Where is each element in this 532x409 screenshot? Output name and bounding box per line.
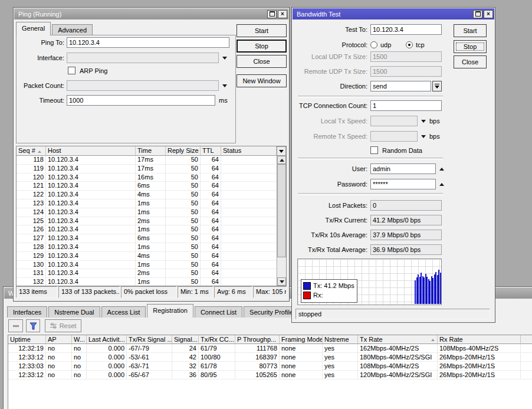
user-input[interactable]	[370, 163, 436, 174]
reset-button[interactable]: Reset	[45, 319, 81, 332]
start-button[interactable]: Start	[454, 24, 487, 37]
stop-button[interactable]: Stop	[454, 40, 487, 53]
ping-to-input[interactable]	[67, 37, 229, 48]
cell: 50	[166, 182, 201, 190]
column-header-reply-size[interactable]: Reply Size	[166, 146, 201, 156]
password-input[interactable]	[370, 179, 436, 189]
column-select-button[interactable]	[277, 146, 286, 156]
cell: 6ms	[136, 234, 166, 243]
table-row[interactable]: 12:33:12nono0.000-65/-673680/95105265non…	[8, 371, 532, 379]
tab-general[interactable]: General	[16, 22, 51, 35]
table-row[interactable]: 11810.120.3.417ms5064	[17, 156, 277, 165]
local-tx-speed-dropdown-icon[interactable]	[421, 120, 426, 123]
cell: no	[46, 362, 72, 370]
start-button[interactable]: Start	[237, 24, 287, 37]
column-header-ap[interactable]: AP	[46, 335, 72, 344]
column-header-seq-[interactable]: Seq #	[17, 146, 46, 156]
cell: no	[72, 371, 87, 379]
tab-advanced[interactable]: Advanced	[52, 24, 93, 35]
table-row[interactable]: 12410.120.3.41ms5064	[17, 208, 277, 217]
tab-access-list[interactable]: Access List	[101, 306, 146, 318]
cell: 50	[166, 252, 201, 260]
cell: 64	[201, 243, 221, 251]
column-header-framing-mode[interactable]: Framing Mode	[280, 335, 323, 344]
bandwidth-titlebar[interactable]: Bandwidth Test ×	[293, 8, 494, 19]
table-row[interactable]: 12910.120.3.44ms5064	[17, 252, 277, 261]
column-header-p-throughp-[interactable]: P Throughp...	[235, 335, 280, 344]
filter-button[interactable]	[26, 319, 40, 332]
table-row[interactable]: 12110.120.3.46ms5064	[17, 182, 277, 191]
close-window-button[interactable]: ×	[278, 10, 287, 18]
table-row[interactable]: 13210.120.3.41ms5064	[17, 278, 277, 286]
ping-titlebar[interactable]: Ping (Running) ×	[14, 8, 288, 19]
cell	[521, 371, 532, 379]
table-row[interactable]: 12610.120.3.41ms5064	[17, 225, 277, 234]
column-header-w-[interactable]: W...	[72, 335, 87, 344]
close-button[interactable]: Close	[237, 55, 287, 68]
txrx-current-label: Tx/Rx Current:	[294, 215, 367, 225]
column-header-tx-rx-signal-[interactable]: Tx/Rx Signal ...	[127, 335, 172, 344]
cell: 26Mbps-20MHz/1S	[438, 362, 521, 370]
column-header-ttl[interactable]: TTL	[201, 146, 221, 156]
lost-packets-value: 0	[370, 200, 442, 211]
column-header-status[interactable]: Status	[221, 146, 277, 156]
table-row[interactable]: 12510.120.3.42ms5064	[17, 217, 277, 226]
interface-dropdown-icon[interactable]	[222, 57, 227, 60]
close-button[interactable]: Close	[454, 55, 487, 68]
close-window-button[interactable]: ×	[484, 10, 493, 18]
tab-registration[interactable]: Registration	[147, 304, 193, 318]
arp-ping-checkbox[interactable]	[68, 67, 75, 74]
direction-dropdown-button[interactable]	[432, 81, 442, 91]
tcp-connection-count-input[interactable]	[370, 100, 442, 111]
stop-button[interactable]: Stop	[237, 40, 287, 53]
table-row[interactable]: 11910.120.3.417ms5064	[17, 165, 277, 174]
column-header-uptime[interactable]: Uptime	[8, 335, 46, 344]
scroll-up-button[interactable]	[277, 156, 286, 164]
table-row[interactable]: 12:33:03nono0.000-63/-713261/7880773none…	[8, 362, 532, 371]
table-row[interactable]: 13110.120.3.42ms5064	[17, 269, 277, 278]
column-header-signal-[interactable]: Signal...	[172, 335, 199, 344]
cell: 64	[201, 261, 221, 269]
table-row[interactable]: 12710.120.3.46ms5064	[17, 234, 277, 243]
bandwidth-test-window: Bandwidth Test × Test To: Protocol: udp …	[291, 7, 495, 323]
radio-tcp[interactable]	[406, 41, 413, 48]
packet-count-dropdown-icon[interactable]	[222, 84, 227, 87]
tx-bar	[440, 273, 441, 304]
table-row[interactable]: 12:32:19nono0.000-67/-792461/79111768non…	[8, 344, 532, 353]
cell: 1ms	[136, 278, 166, 286]
ping-table-scrollbar[interactable]	[277, 156, 286, 286]
remote-tx-speed-dropdown-icon[interactable]	[421, 135, 426, 138]
table-row[interactable]: 12010.120.3.416ms5064	[17, 174, 277, 182]
column-header-last-activit-[interactable]: Last Activit...	[87, 335, 127, 344]
user-up-icon[interactable]	[439, 168, 444, 171]
maximize-button[interactable]	[267, 10, 277, 18]
direction-select[interactable]	[370, 81, 431, 91]
cell: 64	[201, 217, 221, 225]
table-row[interactable]: 12210.120.3.44ms5064	[17, 191, 277, 199]
column-header-time[interactable]: Time	[136, 146, 166, 156]
timeout-input[interactable]	[67, 95, 215, 106]
column-header-rx-rate[interactable]: Rx Rate	[438, 335, 521, 344]
tab-nstreme-dual[interactable]: Nstreme Dual	[48, 306, 100, 318]
column-header-blank[interactable]	[521, 335, 532, 344]
test-to-input[interactable]	[370, 24, 442, 35]
table-row[interactable]: 12310.120.3.41ms5064	[17, 199, 277, 208]
random-data-checkbox[interactable]	[370, 146, 378, 154]
scroll-down-button[interactable]	[277, 277, 286, 286]
column-header-host[interactable]: Host	[46, 146, 136, 156]
new-window-button[interactable]: New Window	[237, 74, 287, 87]
table-row[interactable]: 12:33:12nono0.000-53/-6142100/80168397no…	[8, 353, 532, 362]
remove-button[interactable]	[8, 319, 23, 332]
table-row[interactable]: 13010.120.3.41ms5064	[17, 261, 277, 270]
maximize-button[interactable]	[473, 10, 482, 18]
password-up-icon[interactable]	[439, 183, 444, 186]
column-header-tx-rate[interactable]: Tx Rate	[358, 335, 438, 344]
column-header-tx-rx-cc-[interactable]: Tx/Rx CC...	[199, 335, 235, 344]
local-tx-speed-input	[370, 116, 418, 126]
tab-connect-list[interactable]: Connect List	[195, 306, 242, 318]
radio-udp[interactable]	[370, 41, 377, 48]
column-header-nstreme[interactable]: Nstreme	[323, 335, 358, 344]
scrollbar-thumb[interactable]	[277, 164, 286, 257]
tab-interfaces[interactable]: Interfaces	[7, 306, 47, 318]
table-row[interactable]: 12810.120.3.41ms5064	[17, 243, 277, 252]
